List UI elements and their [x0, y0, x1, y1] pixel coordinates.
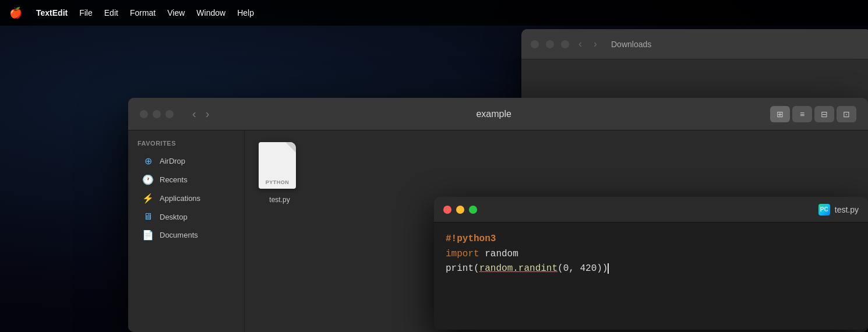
menu-help[interactable]: Help: [237, 8, 254, 17]
close-button[interactable]: [140, 110, 148, 118]
apple-menu[interactable]: 🍎: [9, 6, 22, 19]
pycharm-filename: test.py: [835, 205, 859, 214]
code-line-2: import random: [446, 247, 856, 262]
sidebar-label-recents: Recents: [160, 175, 188, 184]
finder-back-button[interactable]: ‹: [189, 105, 200, 123]
menu-window[interactable]: Window: [196, 8, 225, 17]
traffic-lights: [140, 110, 174, 118]
pycharm-title-area: PC test.py: [477, 204, 859, 216]
finder-toolbar-back: ‹ › Downloads: [521, 29, 868, 59]
documents-icon: 📄: [142, 229, 154, 241]
menu-format[interactable]: Format: [130, 8, 156, 17]
menu-file[interactable]: File: [79, 8, 93, 17]
sidebar-item-applications[interactable]: ⚡ Applications: [133, 189, 239, 207]
recents-icon: 🕐: [142, 174, 154, 185]
view-controls: ⊞ ≡ ⊟ ⊡: [770, 106, 856, 122]
pycharm-content[interactable]: #!python3 import random print(random.ran…: [434, 222, 868, 286]
minimize-button-back[interactable]: [546, 40, 554, 48]
file-icon: PYTHON: [259, 142, 301, 192]
minimize-button[interactable]: [153, 110, 161, 118]
desktop-icon: 🖥: [142, 211, 154, 222]
import-module: random: [479, 249, 518, 259]
menubar: 🍎 TextEdit File Edit Format View Window …: [0, 0, 868, 26]
close-button-back[interactable]: [531, 40, 539, 48]
sidebar-label-desktop: Desktop: [160, 213, 188, 221]
text-cursor: [608, 263, 609, 274]
code-line-1: #!python3: [446, 232, 856, 247]
view-icon-grid[interactable]: ⊞: [770, 106, 790, 122]
shebang-line: #!python3: [446, 234, 496, 244]
back-button-back[interactable]: ‹: [576, 38, 584, 50]
applications-icon: ⚡: [142, 193, 154, 204]
file-item-testpy[interactable]: PYTHON test.py: [256, 142, 303, 204]
zoom-button[interactable]: [165, 110, 174, 118]
sidebar-label-documents: Documents: [160, 231, 198, 239]
forward-button-back[interactable]: ›: [591, 38, 599, 50]
pycharm-traffic-lights: [443, 206, 477, 214]
sidebar-item-desktop[interactable]: 🖥 Desktop: [133, 208, 239, 225]
finder-toolbar-main: ‹ › example ⊞ ≡ ⊟ ⊡: [128, 98, 868, 130]
print-function: print: [446, 263, 474, 274]
menu-view[interactable]: View: [167, 8, 185, 17]
sidebar-label-airdrop: AirDrop: [160, 157, 185, 165]
pycharm-close-button[interactable]: [443, 206, 451, 214]
file-name-label: test.py: [269, 196, 290, 204]
app-name[interactable]: TextEdit: [36, 8, 68, 17]
airdrop-icon: ⊕: [142, 156, 154, 167]
menu-edit[interactable]: Edit: [104, 8, 118, 17]
view-icon-column[interactable]: ⊟: [814, 106, 834, 122]
finder-sidebar: Favorites ⊕ AirDrop 🕐 Recents ⚡ Applicat…: [128, 130, 245, 332]
sidebar-item-documents[interactable]: 📄 Documents: [133, 226, 239, 244]
file-paper: PYTHON: [259, 142, 296, 189]
view-icon-gallery[interactable]: ⊡: [837, 106, 856, 122]
finder-forward-button[interactable]: ›: [202, 105, 213, 123]
sidebar-item-recents[interactable]: 🕐 Recents: [133, 171, 239, 189]
pycharm-window: PC test.py #!python3 import random print…: [434, 197, 868, 330]
pycharm-titlebar: PC test.py: [434, 197, 868, 222]
finder-location: example: [225, 109, 762, 119]
print-args: (0, 420)): [558, 263, 608, 274]
import-keyword: import: [446, 249, 479, 259]
view-icon-list[interactable]: ≡: [792, 106, 812, 122]
sidebar-item-airdrop[interactable]: ⊕ AirDrop: [133, 152, 239, 170]
finder-nav: ‹ ›: [189, 105, 213, 123]
window-title-back: Downloads: [611, 40, 651, 49]
zoom-button-back[interactable]: [561, 40, 569, 48]
pycharm-zoom-button[interactable]: [469, 206, 477, 214]
sidebar-label-applications: Applications: [160, 194, 200, 203]
print-open: (: [474, 263, 479, 274]
code-line-3: print(random.randint(0, 420)): [446, 262, 856, 277]
method-call: random.randint: [479, 263, 558, 274]
pycharm-app-icon: PC: [818, 204, 830, 216]
file-corner: [285, 142, 296, 153]
pycharm-minimize-button[interactable]: [456, 206, 464, 214]
sidebar-section-favorites: Favorites: [128, 140, 244, 151]
file-type-label: PYTHON: [259, 179, 296, 185]
